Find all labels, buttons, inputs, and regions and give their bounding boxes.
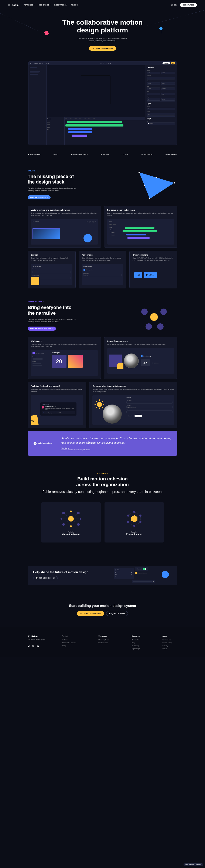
brand-logo[interactable]: Fable bbox=[8, 4, 19, 6]
input-sy[interactable]: Y 100% bbox=[161, 88, 175, 90]
card-title: Vectors, videos, and everything in betwe… bbox=[31, 209, 98, 211]
nav-use-cases[interactable]: USE CASES▾ bbox=[39, 4, 51, 6]
cta-request-demo-button[interactable]: REQUEST A DEMO bbox=[106, 611, 128, 616]
svg-line-18 bbox=[102, 407, 103, 408]
input-origin-x[interactable]: X 0.5 bbox=[147, 98, 161, 101]
typography-sample: Aa bbox=[141, 360, 150, 366]
import-button[interactable]: Import bbox=[134, 415, 142, 417]
hero-section: The collaborative motiondesign platform … bbox=[0, 10, 205, 55]
canvas[interactable] bbox=[47, 65, 145, 117]
svg-point-11 bbox=[157, 323, 163, 330]
input-y[interactable]: Y 138 bbox=[161, 72, 175, 74]
footer-link[interactable]: Security bbox=[162, 645, 172, 647]
feature-card-performance: Performance Build with structure and com… bbox=[79, 251, 127, 288]
mock-label: Presets bbox=[32, 268, 71, 270]
footer-link[interactable]: Features bbox=[61, 639, 76, 641]
svg-point-38 bbox=[139, 515, 142, 517]
selection-guide bbox=[81, 76, 110, 104]
footer-link[interactable]: Collaboration features bbox=[61, 642, 76, 644]
footer-link[interactable]: Terms of use bbox=[162, 639, 172, 641]
use-case-marketing[interactable]: Fable for Marketing teams bbox=[41, 502, 101, 542]
nav-resources[interactable]: RESOURCES▾ bbox=[54, 4, 67, 6]
card-title: Empower other teams with templates bbox=[93, 385, 174, 387]
hero-title: The collaborative motiondesign platform bbox=[0, 19, 205, 34]
card-title: Product teams bbox=[126, 533, 142, 535]
footer-link[interactable]: Figma plugin bbox=[131, 648, 140, 650]
panel-heading: Layer bbox=[147, 103, 175, 104]
input-skew-y[interactable]: Y 0 bbox=[161, 93, 175, 95]
join-discord-button[interactable]: 💬JOIN US ON DISCORD bbox=[33, 576, 57, 580]
mock-heading: Canvas bbox=[126, 397, 173, 398]
logo-microsoft: ⊞Microsoft bbox=[142, 153, 153, 155]
footer-link[interactable]: Status bbox=[162, 648, 172, 650]
card-eyebrow: Fable for bbox=[61, 531, 80, 533]
nav-features[interactable]: FEATURES▾ bbox=[24, 4, 35, 6]
design-systems-illustration bbox=[139, 303, 169, 332]
card-text: Export GIFs, MP4s, ProRes, and Lottie ri… bbox=[133, 257, 174, 261]
footer-link[interactable]: Product teams bbox=[98, 642, 109, 644]
banner-heading: Help shape the future of motion design bbox=[33, 570, 88, 574]
input-origin-y[interactable]: Y 0.5 bbox=[161, 98, 175, 101]
feature-card-control: Control Create stand-out content with an… bbox=[28, 251, 76, 288]
inspector-panel: Transform Position X 81Y 138 Rotation 0°… bbox=[145, 65, 177, 145]
explore-design-systems-button[interactable]: EXPLORE DESIGN SYSTEMS→ bbox=[28, 327, 56, 331]
property-label: Skew bbox=[147, 91, 175, 92]
cta-get-started-button[interactable]: GET STARTED FOR FREE bbox=[77, 611, 104, 616]
discord-icon: 💬 bbox=[36, 577, 38, 579]
layers-panel bbox=[28, 65, 47, 145]
section-heading: Build motion cohesionacross the organiza… bbox=[70, 476, 135, 487]
use-case-product[interactable]: Fable for Product teams bbox=[104, 502, 164, 542]
timeline-item[interactable]: Pen bbox=[47, 128, 63, 131]
hero-subtitle: Fable is how designers and their teams s… bbox=[75, 37, 130, 42]
explore-features-button[interactable]: EXPLORE FEATURES→ bbox=[28, 195, 51, 199]
svg-point-33 bbox=[60, 518, 62, 520]
get-started-button[interactable]: GET STARTED bbox=[180, 3, 197, 7]
footer-link[interactable]: Privacy policy bbox=[162, 642, 172, 644]
youtube-icon[interactable] bbox=[36, 645, 39, 648]
card-title: Reusable components bbox=[107, 340, 174, 342]
twitter-icon[interactable] bbox=[28, 645, 30, 648]
property-label: Scale bbox=[147, 86, 175, 87]
input-opacity[interactable]: 100% bbox=[147, 113, 175, 116]
logo-atlassian: ▲ATLASSIAN bbox=[28, 153, 41, 155]
panel-heading: Shape bbox=[147, 118, 175, 119]
create-section: CREATE The missing piece ofthe design st… bbox=[0, 164, 205, 206]
footer-link[interactable]: Community bbox=[131, 645, 140, 647]
footer-link[interactable]: Blog bbox=[131, 642, 140, 644]
input-x[interactable]: X 81 bbox=[147, 72, 161, 74]
instagram-icon[interactable] bbox=[32, 645, 34, 648]
timeline-item[interactable]: Group bbox=[47, 121, 63, 123]
share-button[interactable]: SHARE bbox=[162, 62, 170, 64]
logo-deel: deel. bbox=[54, 153, 58, 155]
input-radius[interactable]: 20 bbox=[147, 107, 175, 110]
input-h[interactable]: H 100 bbox=[161, 82, 175, 85]
input-sx[interactable]: X 100% bbox=[147, 88, 161, 90]
testimonial-role: Associate Creative Director, Neight Matc… bbox=[61, 449, 172, 451]
footer-link[interactable]: Pricing bbox=[61, 645, 76, 647]
svg-point-34 bbox=[80, 518, 81, 520]
input-rotation[interactable]: 0° bbox=[147, 77, 175, 80]
input-skew-x[interactable]: X 0 bbox=[147, 93, 161, 95]
section-lead: Fable is robust motion software made for… bbox=[28, 318, 83, 323]
svg-point-41 bbox=[127, 521, 129, 523]
cancel-button[interactable]: Cancel bbox=[126, 415, 133, 417]
testimonial: Neightmatchers "Fable has transformed th… bbox=[28, 431, 177, 456]
triangle-illustration bbox=[135, 170, 177, 203]
footer-link[interactable]: Marketing teams bbox=[98, 639, 109, 641]
timeline-item[interactable]: Cross bbox=[47, 126, 63, 128]
play-button[interactable]: ▶ bbox=[171, 62, 175, 64]
card-text: Collaborate with stakeholders, inline, w… bbox=[31, 388, 83, 393]
cta-heading: Start building your motion design system bbox=[0, 604, 205, 608]
timeline-item[interactable]: Cross bbox=[47, 123, 63, 126]
timeline[interactable]: Scene Group Cross Cross Pen 0:000:010:02… bbox=[47, 117, 145, 145]
footer-link[interactable]: Help center bbox=[131, 639, 140, 641]
property-label: Size bbox=[147, 80, 175, 82]
nav-pricing[interactable]: PRICING bbox=[71, 4, 79, 6]
card-text: Turn any project into a lockable templat… bbox=[93, 388, 174, 393]
ds-card-components: Reusable components Define styles and re… bbox=[104, 337, 178, 379]
profile-photo bbox=[124, 353, 139, 368]
login-link[interactable]: LOG IN bbox=[171, 4, 177, 6]
footer-logo[interactable]: Fable bbox=[28, 635, 45, 638]
input-w[interactable]: W 100 bbox=[147, 82, 161, 85]
hero-cta-button[interactable]: GET STARTED FOR FREE bbox=[89, 46, 116, 51]
